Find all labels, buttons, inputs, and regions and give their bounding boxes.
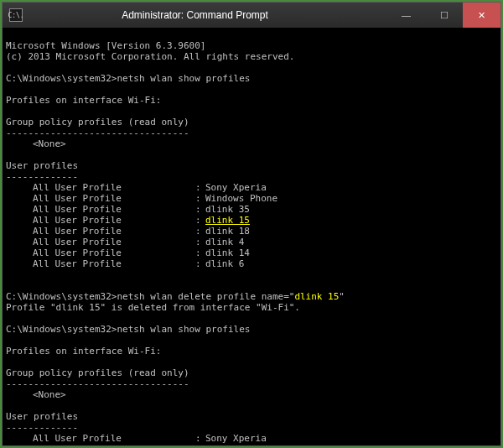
section-profiles-on: Profiles on interface Wi-Fi:: [6, 346, 161, 357]
profile-name: Windows Phone: [205, 444, 277, 445]
minimize-button[interactable]: —: [387, 3, 425, 28]
user-profiles-divider: -------------: [6, 171, 78, 182]
profile-label: All User Profile: [33, 247, 122, 258]
group-policy-divider: ---------------------------------: [6, 378, 189, 389]
profile-label: All User Profile: [33, 226, 122, 237]
profile-label: All User Profile: [33, 193, 122, 204]
command-show-2: netsh wlan show profiles: [117, 324, 250, 335]
prompt: C:\Windows\system32>: [6, 73, 117, 84]
terminal-output[interactable]: Microsoft Windows [Version 6.3.9600] (c)…: [3, 28, 500, 445]
profile-row: All User Profile:Windows Phone: [6, 444, 497, 445]
profile-name: Windows Phone: [205, 193, 277, 204]
delete-result: Profile "dlink 15" is deleted from inter…: [6, 302, 300, 313]
command-delete-post: ": [339, 291, 345, 302]
profile-label: All User Profile: [33, 258, 122, 269]
group-none: <None>: [6, 389, 66, 400]
profile-label: All User Profile: [33, 204, 122, 215]
profile-name: Sony Xperia: [205, 433, 267, 444]
prompt: C:\Windows\system32>: [6, 324, 117, 335]
profile-row: All User Profile:Sony Xperia: [6, 433, 497, 444]
profile-row: All User Profile:dlink 6: [6, 258, 497, 269]
profile-row: All User Profile:dlink 4: [6, 237, 497, 247]
profile-name: dlink 4: [205, 237, 244, 247]
profile-name: dlink 15: [205, 215, 250, 226]
profile-label: All User Profile: [33, 215, 122, 226]
profile-name: dlink 18: [205, 226, 250, 237]
section-profiles-on: Profiles on interface Wi-Fi:: [6, 95, 161, 106]
copyright-line: (c) 2013 Microsoft Corporation. All righ…: [6, 51, 294, 62]
profile-row: All User Profile:dlink 14: [6, 247, 497, 258]
profile-name: dlink 35: [205, 204, 250, 215]
profile-row: All User Profile:dlink 15: [6, 215, 497, 226]
titlebar[interactable]: C:\. Administrator: Command Prompt — ☐ ✕: [3, 3, 500, 28]
close-button[interactable]: ✕: [463, 3, 500, 28]
group-policy-divider: ---------------------------------: [6, 128, 189, 138]
profile-name: dlink 14: [205, 247, 250, 258]
profile-name: Sony Xperia: [205, 182, 267, 193]
prompt: C:\Windows\system32>: [6, 291, 117, 302]
window-controls: — ☐ ✕: [387, 3, 500, 28]
user-profiles-header: User profiles: [6, 411, 78, 422]
user-profiles-divider: -------------: [6, 422, 78, 433]
maximize-button[interactable]: ☐: [425, 3, 463, 28]
profile-label: All User Profile: [33, 433, 122, 444]
command-prompt-window: C:\. Administrator: Command Prompt — ☐ ✕…: [2, 2, 501, 446]
profile-row: All User Profile:dlink 18: [6, 226, 497, 237]
user-profiles-header: User profiles: [6, 160, 78, 171]
group-policy-header: Group policy profiles (read only): [6, 117, 189, 128]
profile-row: All User Profile:Windows Phone: [6, 193, 497, 204]
header-line: Microsoft Windows [Version 6.3.9600]: [6, 40, 205, 51]
command-show-1: netsh wlan show profiles: [117, 73, 250, 84]
profile-row: All User Profile:dlink 35: [6, 204, 497, 215]
window-title: Administrator: Command Prompt: [3, 9, 387, 21]
profile-label: All User Profile: [33, 444, 122, 445]
profile-name: dlink 6: [205, 258, 244, 269]
command-delete-pre: netsh wlan delete profile name=": [117, 291, 294, 302]
profile-label: All User Profile: [33, 182, 122, 193]
command-delete-name: dlink 15: [294, 291, 339, 302]
profile-row: All User Profile:Sony Xperia: [6, 182, 497, 193]
profile-label: All User Profile: [33, 237, 122, 247]
group-none: <None>: [6, 138, 66, 149]
group-policy-header: Group policy profiles (read only): [6, 367, 189, 378]
